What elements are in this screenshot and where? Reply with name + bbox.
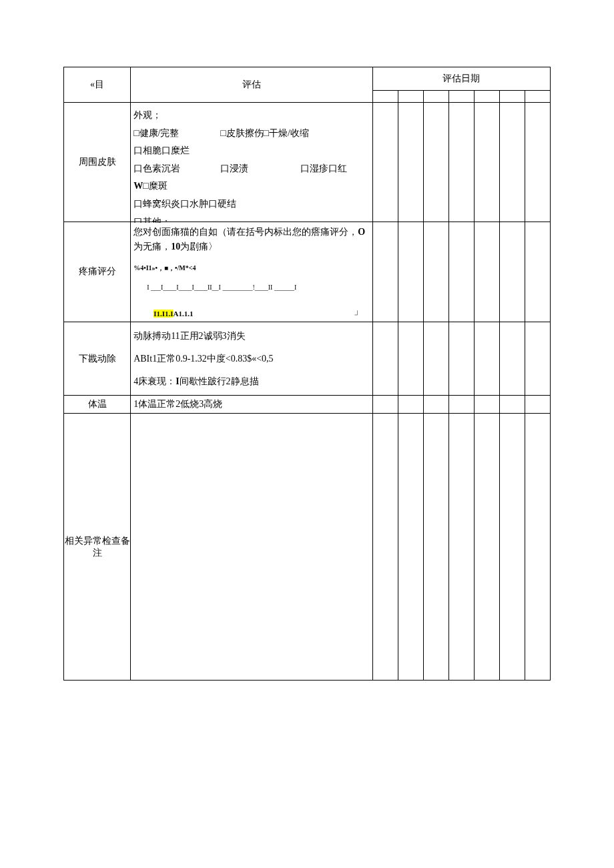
date-cell (398, 222, 423, 322)
content-skin: 外观； □健康/完整□皮肤擦伤□干燥/收缩 口相脆口糜烂 口色素沉岩口浸渍口湿疹… (131, 103, 372, 222)
date-cell (398, 396, 423, 414)
pain-bracket: 」 (354, 306, 363, 318)
row-skin: 周围皮肤 外观； □健康/完整□皮肤擦伤□干燥/收缩 口相脆口糜烂 口色素沉岩口… (64, 103, 551, 222)
date-cell (372, 91, 398, 103)
date-cell (372, 222, 398, 322)
header-assess: 评估 (131, 67, 372, 103)
skin-line4: 口色素沉岩口浸渍口湿疹口红 (133, 160, 369, 178)
skin-line3: 口相脆口糜烂 (133, 142, 369, 160)
pain-scale: I ___I____I____I____II__I _________!____… (147, 284, 369, 291)
date-cell (525, 396, 550, 414)
assessment-table: «目 评估 评估日期 周围皮肤 外观； □健康/完整□皮肤擦伤□干燥/收缩 口相… (63, 67, 551, 681)
date-cell (448, 322, 474, 396)
date-cell (474, 396, 499, 414)
date-cell (474, 322, 499, 396)
date-cell (423, 396, 448, 414)
date-cell (499, 222, 525, 322)
artery-line1: 动脉搏动11正用2诚弱3消失 (133, 325, 369, 348)
date-cell (525, 222, 550, 322)
content-artery: 动脉搏动11正用2诚弱3消失 ABIt1正常0.9-1.32中度<0.83$«<… (131, 322, 372, 396)
label-notes: 相关异常检查备注 (64, 414, 131, 681)
header-row: «目 评估 评估日期 (64, 67, 551, 91)
date-cell (525, 322, 550, 396)
row-artery: 下戡动除 动脉搏动11正用2诚弱3消失 ABIt1正常0.9-1.32中度<0.… (64, 322, 551, 396)
artery-line3: 4床衰现：I间歇性跛行2静息描 (133, 370, 369, 393)
label-pain: 疼痛评分 (64, 222, 131, 322)
date-cell (448, 103, 474, 222)
date-cell (448, 222, 474, 322)
content-notes (131, 414, 372, 681)
date-cell (474, 414, 499, 681)
date-cell (423, 414, 448, 681)
date-cell (474, 91, 499, 103)
skin-line2: □健康/完整□皮肤擦伤□干燥/收缩 (133, 125, 369, 143)
skin-line1: 外观； (133, 107, 369, 125)
row-pain: 疼痛评分 您对创面痛猫的自如（请在括号内标出您的瘩痛评分，O 为无痛，10为剧痛… (64, 222, 551, 322)
date-cell (423, 103, 448, 222)
date-cell (372, 396, 398, 414)
label-temp: 体温 (64, 396, 131, 414)
artery-line2: ABIt1正常0.9-1.32中度<0.83$«<0,5 (133, 348, 369, 370)
skin-line5: W□糜斑 (133, 177, 369, 195)
date-cell (499, 414, 525, 681)
date-cell (448, 91, 474, 103)
row-notes: 相关异常检查备注 (64, 414, 551, 681)
pain-code-row: I1.I1.IA1.1.1 」 (133, 306, 369, 318)
skin-line6: 口蜂窝织炎口水肿口硬结 (133, 195, 369, 213)
pain-code: I1.I1.IA1.1.1 (154, 310, 193, 318)
date-cell (499, 322, 525, 396)
date-cell (398, 414, 423, 681)
pain-prompt: 您对创面痛猫的自如（请在括号内标出您的瘩痛评分，O 为无痛，10为剧痛〉 (133, 225, 369, 255)
date-cell (525, 414, 550, 681)
date-cell (372, 322, 398, 396)
date-cell (448, 414, 474, 681)
date-cell (398, 103, 423, 222)
pain-formula: %4•I1»•，■，•/M*<4 (133, 264, 369, 273)
date-cell (398, 91, 423, 103)
row-temp: 体温 1体温正常2低烧3高烧 (64, 396, 551, 414)
date-cell (423, 322, 448, 396)
label-artery: 下戡动除 (64, 322, 131, 396)
date-cell (499, 91, 525, 103)
date-cell (499, 103, 525, 222)
date-cell (398, 322, 423, 396)
content-temp: 1体温正常2低烧3高烧 (131, 396, 372, 414)
header-date: 评估日期 (372, 67, 550, 91)
date-cell (525, 91, 550, 103)
date-cell (448, 396, 474, 414)
date-cell (423, 222, 448, 322)
date-cell (474, 222, 499, 322)
date-cell (474, 103, 499, 222)
date-cell (423, 91, 448, 103)
date-cell (499, 396, 525, 414)
date-cell (372, 103, 398, 222)
date-cell (525, 103, 550, 222)
header-item: «目 (64, 67, 131, 103)
content-pain: 您对创面痛猫的自如（请在括号内标出您的瘩痛评分，O 为无痛，10为剧痛〉 %4•… (131, 222, 372, 322)
date-cell (372, 414, 398, 681)
label-skin: 周围皮肤 (64, 103, 131, 222)
